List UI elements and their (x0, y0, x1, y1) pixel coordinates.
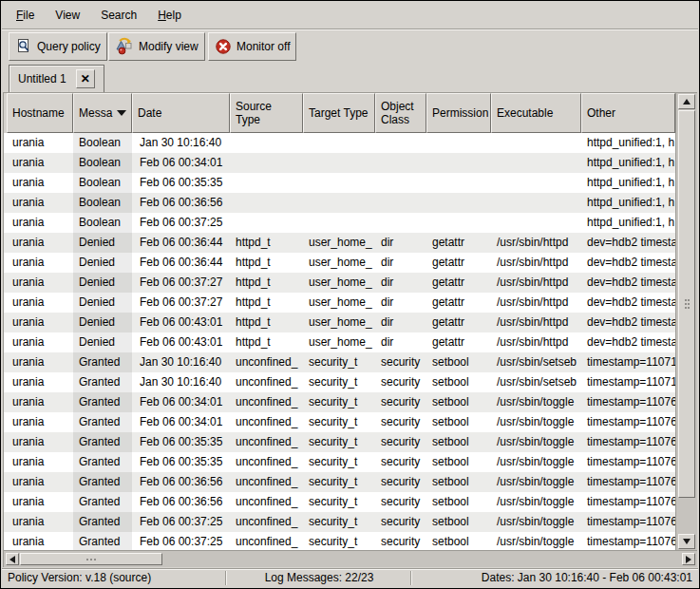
table-row[interactable]: uraniaGrantedFeb 06 00:36:56unconfined_s… (4, 472, 675, 492)
menu-item-help[interactable]: Help (147, 2, 192, 28)
table-cell: dir (375, 233, 426, 253)
table-cell: urania (7, 213, 73, 233)
table-cell: timestamp=11076 (581, 492, 675, 512)
column-header-target-type[interactable]: Target Type (303, 93, 375, 133)
table-row[interactable]: uraniaBooleanFeb 06 00:37:25httpd_unifie… (4, 213, 675, 233)
scroll-right-button[interactable] (682, 553, 695, 565)
table-row[interactable]: uraniaBooleanFeb 06 00:36:56httpd_unifie… (4, 193, 675, 213)
table-cell: urania (7, 372, 73, 392)
table-cell: timestamp=11076 (581, 512, 675, 532)
table-cell: /usr/sbin/setseb (491, 352, 581, 372)
table-cell: urania (7, 133, 73, 153)
up-arrow-icon (683, 99, 691, 104)
table-cell: httpd_unified:1, h (581, 213, 675, 233)
table-cell: timestamp=11071 (581, 372, 675, 392)
table-cell: setbool (426, 372, 491, 392)
table-cell: getattr (426, 313, 491, 332)
table-row[interactable]: uraniaGrantedFeb 06 00:35:35unconfined_s… (4, 432, 675, 452)
table-cell: setbool (426, 352, 491, 372)
modify-view-button[interactable]: Modify view (108, 32, 205, 61)
table-row[interactable]: uraniaDeniedFeb 06 00:43:01httpd_tuser_h… (4, 313, 675, 332)
table-row[interactable]: uraniaGrantedJan 30 10:16:40unconfined_s… (4, 372, 675, 392)
table-row[interactable]: uraniaDeniedFeb 06 00:36:44httpd_tuser_h… (4, 253, 675, 273)
monitor-off-button[interactable]: Monitor off (208, 32, 296, 61)
table-cell: /usr/sbin/setseb (491, 372, 581, 392)
table-row[interactable]: uraniaGrantedFeb 06 00:35:35unconfined_s… (4, 452, 675, 472)
column-header-other[interactable]: Other (581, 93, 675, 133)
table-cell: Granted (73, 352, 132, 372)
table-row[interactable]: uraniaGrantedFeb 06 00:36:56unconfined_s… (4, 492, 675, 512)
table-row[interactable]: uraniaDeniedFeb 06 00:43:01httpd_tuser_h… (4, 332, 675, 352)
query-policy-icon (15, 38, 32, 55)
table-row[interactable]: uraniaGrantedJan 30 10:16:40unconfined_s… (4, 352, 675, 372)
table-cell: dev=hdb2 timesta (581, 233, 675, 253)
table-cell (230, 153, 303, 173)
table-cell: /usr/sbin/httpd (491, 332, 581, 352)
table-cell: unconfined_ (230, 452, 303, 472)
table-row[interactable]: uraniaBooleanFeb 06 00:35:35httpd_unifie… (4, 173, 675, 193)
column-header-messa[interactable]: Messa (73, 93, 132, 133)
tab-untitled-1[interactable]: Untitled 1 ✕ (9, 65, 104, 92)
menu-item-view[interactable]: View (45, 2, 90, 28)
scroll-up-button[interactable] (678, 94, 695, 109)
table-cell: dir (375, 332, 426, 352)
tab-close-button[interactable]: ✕ (76, 69, 95, 88)
table-row[interactable]: uraniaGrantedFeb 06 00:34:01unconfined_s… (4, 392, 675, 412)
table-row[interactable]: uraniaDeniedFeb 06 00:36:44httpd_tuser_h… (4, 233, 675, 253)
grip-icon (86, 559, 96, 560)
table-cell: urania (7, 392, 73, 412)
table-cell: dev=hdb2 timesta (581, 273, 675, 293)
table-row[interactable]: uraniaDeniedFeb 06 00:37:27httpd_tuser_h… (4, 293, 675, 313)
table-row[interactable]: uraniaDeniedFeb 06 00:37:27httpd_tuser_h… (4, 273, 675, 293)
column-header-hostname[interactable]: Hostname (7, 93, 73, 133)
column-header-permission[interactable]: Permission (426, 93, 491, 133)
statusbar: Policy Version: v.18 (source) Log Messag… (2, 568, 698, 587)
table-cell: urania (7, 293, 73, 313)
table-cell: security (375, 452, 426, 472)
table-cell: dev=hdb2 timesta (581, 313, 675, 332)
table-row[interactable]: uraniaGrantedFeb 06 00:34:01unconfined_s… (4, 412, 675, 432)
monitor-off-icon (215, 38, 232, 55)
table-cell (303, 133, 375, 153)
horizontal-scrollbar-thumb[interactable] (20, 553, 162, 565)
table-cell: setbool (426, 532, 491, 550)
menubar: FileViewSearchHelp (2, 2, 698, 28)
table-cell: urania (7, 512, 73, 532)
left-arrow-icon (9, 556, 15, 563)
table-cell: dir (375, 273, 426, 293)
table-cell: unconfined_ (230, 472, 303, 492)
table-cell: urania (7, 273, 73, 293)
table-row[interactable]: uraniaGrantedFeb 06 00:37:25unconfined_s… (4, 532, 675, 550)
table-cell: /usr/sbin/toggle (491, 412, 581, 432)
table-row[interactable]: uraniaGrantedFeb 06 00:37:25unconfined_s… (4, 512, 675, 532)
scroll-left-button[interactable] (6, 553, 19, 565)
column-header-object-class[interactable]: Object Class (375, 93, 426, 133)
menu-item-file[interactable]: File (6, 2, 45, 28)
scroll-down-button[interactable] (678, 534, 695, 549)
table-cell: timestamp=11076 (581, 412, 675, 432)
sort-descending-icon (117, 110, 126, 116)
column-header-label: Other (587, 106, 615, 120)
tab-bar: Untitled 1 ✕ (2, 63, 698, 92)
horizontal-scrollbar[interactable] (4, 550, 697, 567)
menu-item-search[interactable]: Search (90, 2, 147, 28)
vertical-scrollbar-thumb[interactable] (678, 110, 695, 498)
table-row[interactable]: uraniaBooleanJan 30 10:16:40httpd_unifie… (4, 133, 675, 153)
column-header-date[interactable]: Date (132, 93, 230, 133)
table-cell: Feb 06 00:37:27 (132, 273, 230, 293)
table-cell: Feb 06 00:35:35 (132, 452, 230, 472)
table-cell (491, 193, 581, 213)
column-header-source-type[interactable]: Source Type (230, 93, 303, 133)
column-header-label: Messa (79, 106, 112, 120)
query-policy-button[interactable]: Query policy (9, 32, 107, 61)
table-cell: security_t (303, 532, 375, 550)
table-row[interactable]: uraniaBooleanFeb 06 00:34:01httpd_unifie… (4, 153, 675, 173)
table-cell: dir (375, 293, 426, 313)
column-header-executable[interactable]: Executable (491, 93, 581, 133)
table-cell: dev=hdb2 timesta (581, 332, 675, 352)
table-cell (426, 213, 491, 233)
table-cell: setbool (426, 492, 491, 512)
table-cell: setbool (426, 432, 491, 452)
table-cell: Denied (73, 332, 132, 352)
vertical-scrollbar[interactable] (675, 93, 697, 550)
